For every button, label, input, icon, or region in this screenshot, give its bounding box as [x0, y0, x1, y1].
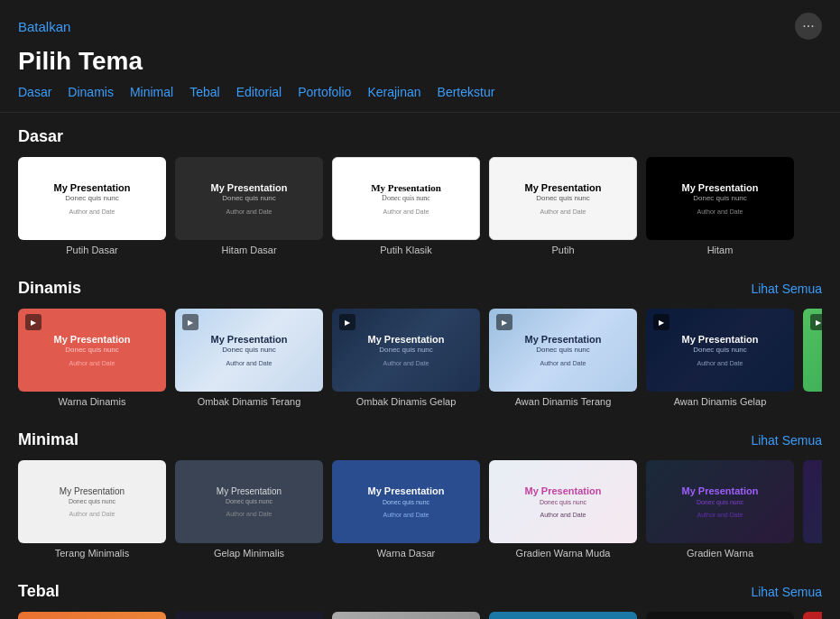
theme-thumb-author: Author and Date — [368, 360, 445, 366]
section-minimal: Minimal Lihat Semua My Presentation Done… — [0, 416, 840, 568]
section-dasar: Dasar My Presentation Donec quis nunc Au… — [0, 113, 840, 264]
play-icon: ▶ — [339, 314, 355, 330]
theme-thumb-title: My Presentation — [217, 486, 282, 497]
theme-thumb-title: My Presentation — [525, 182, 602, 194]
filter-editorial[interactable]: Editorial — [236, 85, 282, 99]
theme-thumb-subtitle: Donec quis nunc — [371, 194, 441, 203]
theme-bold-1[interactable]: MYPRESENTATION Foto Cerah — [18, 612, 166, 619]
themes-row-dinamis: ▶ My Presentation Donec quis nunc Author… — [18, 309, 822, 407]
see-all-dinamis[interactable]: Lihat Semua — [751, 282, 822, 296]
theme-thumb-subtitle: Donec quis nunc — [54, 346, 131, 355]
theme-thumb-subtitle: Donec quis nunc — [682, 346, 759, 355]
theme-thumb-subtitle: Donec quis nunc — [54, 194, 131, 203]
section-title-tebal: Tebal — [18, 582, 60, 601]
filter-kerajinan[interactable]: Kerajinan — [367, 85, 420, 99]
theme-thumb-author: Author and Date — [217, 511, 282, 517]
section-title-dasar: Dasar — [18, 127, 63, 146]
theme-thumb-title: My Presentation — [682, 334, 759, 346]
theme-thumb-author: Author and Date — [211, 208, 288, 215]
theme-thumb-author: Author and Date — [525, 512, 602, 518]
theme-black-basic[interactable]: My Presentation Donec quis nunc Author a… — [175, 157, 323, 255]
theme-bold-5[interactable]: DONEC QUIS NUNC MY PRESENTATION Hitam Bo… — [646, 612, 794, 619]
filter-minimal[interactable]: Minimal — [130, 85, 173, 99]
cancel-button[interactable]: Batalkan — [18, 19, 70, 34]
theme-bold-3[interactable]: MY PRESENTATION Foto Abu — [332, 612, 480, 619]
theme-dynamic-wave-dark[interactable]: ▶ My Presentation Donec quis nunc Author… — [332, 309, 480, 407]
theme-label-dynamic-red: Warna Dinamis — [59, 396, 126, 407]
theme-gradient[interactable]: My Presentation Donec quis nunc Author a… — [646, 460, 794, 559]
theme-white-basic[interactable]: My Presentation Donec quis nunc Author a… — [18, 157, 166, 255]
section-dinamis: Dinamis Lihat Semua ▶ My Presentation Do… — [0, 264, 840, 416]
theme-thumb-author: Author and Date — [54, 360, 131, 366]
theme-thumb-subtitle: Donec quis nunc — [211, 194, 288, 203]
theme-thumb-author: Author and Date — [368, 512, 445, 518]
see-all-tebal[interactable]: Lihat Semua — [751, 585, 822, 599]
theme-thumb-title: My Presentation — [211, 182, 288, 194]
theme-thumb-title: My Presentation — [682, 485, 759, 497]
see-all-minimal[interactable]: Lihat Semua — [751, 433, 822, 448]
section-title-dinamis: Dinamis — [18, 279, 81, 298]
theme-minimal-dark[interactable]: My Presentation Donec quis nunc Author a… — [175, 460, 323, 559]
theme-thumb-subtitle: Donec quis nunc — [368, 498, 445, 506]
theme-bold-4[interactable]: Donec quis nunc MY PRESENTATION Foto Ala… — [489, 612, 637, 619]
theme-thumb-subtitle: Donec quis nunc — [682, 498, 759, 506]
theme-thumb-subtitle: Donec quis nunc — [60, 497, 125, 505]
filter-dasar[interactable]: Dasar — [18, 85, 51, 99]
theme-minimal-light[interactable]: My Presentation Donec quis nunc Author a… — [18, 460, 166, 559]
theme-thumb-subtitle: Donec quis nunc — [211, 346, 288, 355]
theme-label-white-classic: Putih Klasik — [380, 245, 431, 255]
filter-dinamis[interactable]: Dinamis — [68, 85, 114, 99]
theme-thumb-title: My Presentation — [211, 334, 288, 346]
theme-label-minimal-dark: Gelap Minimalis — [214, 548, 284, 559]
page-title: Pilih Tema — [0, 47, 840, 85]
theme-label-dynamic-wave-dark: Ombak Dinamis Gelap — [356, 396, 457, 407]
theme-thumb-subtitle: Donec quis nunc — [682, 194, 759, 203]
theme-dynamic-cloud-dark[interactable]: ▶ My Presentation Donec quis nunc Author… — [646, 309, 794, 407]
theme-gradient-light[interactable]: My Presentation Donec quis nunc Author a… — [489, 460, 637, 559]
filter-tebal[interactable]: Tebal — [189, 85, 219, 99]
filter-nav: Dasar Dinamis Minimal Tebal Editorial Po… — [0, 85, 840, 113]
theme-label-dynamic-wave-light: Ombak Dinamis Terang — [198, 396, 301, 407]
play-icon: ▶ — [182, 314, 198, 330]
theme-thumb-author: Author and Date — [54, 208, 131, 215]
section-tebal: Tebal Lihat Semua MYPRESENTATION Foto Ce… — [0, 568, 840, 619]
theme-black[interactable]: My Presentation Donec quis nunc Author a… — [646, 157, 794, 255]
theme-label-white: Putih — [551, 245, 574, 255]
theme-thumb-title: My Presentation — [60, 486, 125, 497]
theme-thumb-author: Author and Date — [371, 208, 441, 215]
theme-label-gradient-light: Gradien Warna Muda — [516, 548, 611, 559]
theme-thumb-author: Author and Date — [211, 360, 288, 366]
theme-thumb-title: My Presentation — [54, 334, 131, 346]
theme-thumb-title: My Presentation — [368, 334, 445, 346]
theme-label-white-basic: Putih Dasar — [66, 245, 117, 255]
theme-thumb-author: Author and Date — [682, 208, 759, 215]
theme-thumb-author: Author and Date — [525, 208, 602, 215]
filter-bertekstur[interactable]: Bertekstur — [438, 85, 495, 99]
theme-thumb-subtitle: Donec quis nunc — [525, 194, 602, 203]
more-button[interactable]: ··· — [795, 13, 822, 40]
theme-label-black: Hitam — [707, 245, 734, 255]
themes-row-tebal: MYPRESENTATION Foto Cerah MYPRESENTATION… — [18, 612, 822, 619]
top-bar: Batalkan ··· — [0, 0, 840, 47]
theme-label-minimal-light: Terang Minimalis — [55, 548, 130, 559]
theme-white-classic[interactable]: My Presentation Donec quis nunc Author a… — [332, 157, 480, 255]
theme-bold-2[interactable]: MYPRESENTATION Foto Gelap — [175, 612, 323, 619]
theme-dynamic-extra[interactable]: ▶ My Presentation Lebih — [803, 309, 822, 407]
theme-thumb-author: Author and Date — [60, 511, 125, 517]
theme-dynamic-cloud-light[interactable]: ▶ My Presentation Donec quis nunc Author… — [489, 309, 637, 407]
theme-bold-extra[interactable]: MYPRESENTATION Merah Bold — [803, 612, 822, 619]
theme-minimal-color[interactable]: My Presentation Donec quis nunc Author a… — [332, 460, 480, 559]
theme-thumb-subtitle: Donec quis nunc — [525, 498, 602, 506]
play-icon: ▶ — [496, 314, 512, 330]
theme-thumb-author: Author and Date — [682, 512, 759, 518]
filter-portofolio[interactable]: Portofolio — [298, 85, 351, 99]
theme-thumb-subtitle: Donec quis nunc — [525, 346, 602, 355]
theme-white[interactable]: My Presentation Donec quis nunc Author a… — [489, 157, 637, 255]
theme-dynamic-red[interactable]: ▶ My Presentation Donec quis nunc Author… — [18, 309, 166, 407]
theme-thumb-title: My Presentation — [368, 485, 445, 497]
theme-label-dynamic-cloud-dark: Awan Dinamis Gelap — [674, 396, 767, 407]
theme-thumb-subtitle: Donec quis nunc — [368, 346, 445, 355]
themes-row-dasar: My Presentation Donec quis nunc Author a… — [18, 157, 822, 255]
theme-dynamic-wave-light[interactable]: ▶ My Presentation Donec quis nunc Author… — [175, 309, 323, 407]
theme-minimal-extra[interactable]: My Presentation Lebih — [803, 460, 822, 559]
